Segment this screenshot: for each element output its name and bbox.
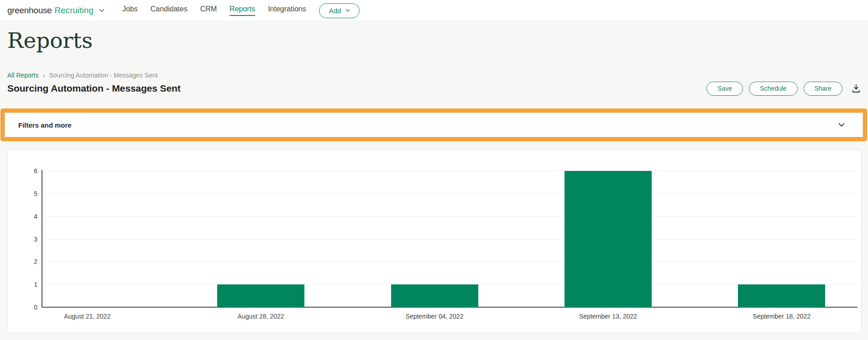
filters-label: Filters and more [18, 121, 72, 129]
gridline [42, 194, 858, 194]
y-axis-tick-label: 2 [16, 258, 37, 266]
nav-item-reports[interactable]: Reports [230, 5, 255, 16]
page-title: Reports [7, 28, 93, 53]
x-axis-tick-label: September 18, 2022 [695, 312, 861, 320]
bar-september-04-2022[interactable] [391, 284, 478, 307]
top-navigation: greenhouse Recruiting JobsCandidatesCRMR… [0, 0, 868, 21]
greenhouse-logo: greenhouse [7, 5, 52, 15]
add-button[interactable]: Add [319, 3, 360, 18]
filters-and-more-bar[interactable]: Filters and more [5, 113, 863, 137]
y-axis-tick-label: 3 [16, 235, 37, 243]
y-axis-tick-label: 5 [16, 190, 37, 198]
gridline [42, 239, 858, 240]
save-button[interactable]: Save [706, 82, 743, 96]
bar-september-13-2022[interactable] [565, 171, 652, 307]
bar-chart: 0123456August 21, 2022August 28, 2022Sep… [8, 150, 861, 333]
y-axis-tick-label: 1 [16, 280, 37, 288]
product-name: Recruiting [54, 5, 94, 15]
download-button[interactable] [850, 82, 863, 95]
nav-item-jobs[interactable]: Jobs [122, 5, 138, 16]
y-axis-line [42, 170, 42, 307]
main-nav: JobsCandidatesCRMReportsIntegrations [122, 5, 306, 16]
chevron-down-icon [344, 7, 351, 14]
chevron-down-icon [98, 6, 106, 15]
download-icon [851, 83, 862, 94]
chevron-down-icon[interactable] [837, 120, 847, 130]
report-chart-card: 0123456August 21, 2022August 28, 2022Sep… [7, 149, 862, 333]
filters-highlight-ring: Filters and more [0, 108, 867, 141]
bar-september-18-2022[interactable] [738, 284, 825, 307]
add-button-label: Add [329, 7, 341, 15]
app-window: greenhouse Recruiting JobsCandidatesCRMR… [0, 0, 868, 340]
org-switcher[interactable]: greenhouse Recruiting [7, 5, 106, 15]
nav-item-crm[interactable]: CRM [200, 5, 217, 16]
y-axis-tick-label: 0 [16, 303, 37, 311]
x-axis-tick-label: September 13, 2022 [521, 312, 695, 320]
schedule-button[interactable]: Schedule [749, 82, 797, 96]
gridline [42, 171, 858, 171]
x-axis-tick-label: August 21, 2022 [8, 312, 174, 320]
nav-item-integrations[interactable]: Integrations [268, 5, 306, 16]
gridline [42, 262, 858, 262]
bar-august-28-2022[interactable] [217, 284, 304, 307]
nav-item-candidates[interactable]: Candidates [151, 5, 188, 16]
breadcrumb-current: Sourcing Automation - Messages Sent [49, 72, 157, 79]
chevron-right-icon: › [42, 71, 45, 79]
report-title: Sourcing Automation - Messages Sent [7, 83, 181, 94]
share-button[interactable]: Share [804, 82, 842, 96]
y-axis-tick-label: 6 [16, 167, 37, 175]
breadcrumb-all-reports-link[interactable]: All Reports [7, 72, 38, 79]
breadcrumb: All Reports › Sourcing Automation - Mess… [7, 71, 158, 79]
report-actions: Save Schedule Share [706, 82, 863, 96]
report-header: Sourcing Automation - Messages Sent Save… [7, 80, 863, 97]
x-axis-tick-label: September 04, 2022 [348, 312, 521, 320]
y-axis-tick-label: 4 [16, 212, 37, 221]
gridline [42, 216, 858, 217]
x-axis-tick-label: August 28, 2022 [174, 312, 347, 320]
